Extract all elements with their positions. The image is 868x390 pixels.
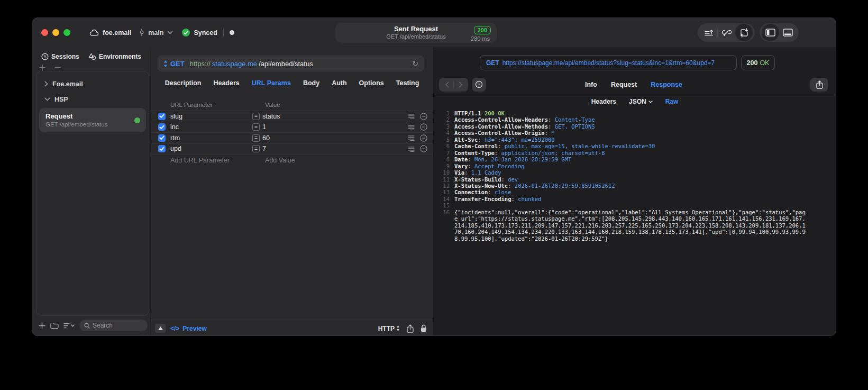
- tree-item-hsp[interactable]: HSP: [36, 92, 149, 107]
- code-line: 11X-Status-Build: dev: [438, 176, 834, 183]
- toolbar-group-actions: [698, 23, 755, 42]
- request-tabs: DescriptionHeadersURL ParamsBodyAuthOpti…: [151, 79, 433, 87]
- param-value-field[interactable]: 1: [262, 123, 403, 131]
- new-folder-icon[interactable]: [50, 322, 59, 329]
- code-line: 12X-Status-Now-Utc: 2026-01-26T20:29:59.…: [438, 183, 834, 189]
- add-request-button[interactable]: [39, 322, 45, 329]
- tab-auth[interactable]: Auth: [332, 79, 346, 87]
- branch-name[interactable]: main: [148, 29, 163, 37]
- remove-row-icon[interactable]: [420, 134, 427, 142]
- subtab-json[interactable]: JSON: [629, 98, 653, 105]
- status-badge: 200: [474, 26, 491, 34]
- line-number: 11: [438, 176, 450, 183]
- row-options-icon[interactable]: [408, 124, 415, 130]
- remove-row-icon[interactable]: [420, 123, 427, 131]
- header-name: Connection: [454, 189, 488, 195]
- export-response-icon[interactable]: [810, 78, 828, 92]
- param-checkbox[interactable]: [158, 123, 166, 131]
- code-line: 8Date: Mon, 26 Jan 2026 20:29:59 GMT: [438, 156, 834, 162]
- remove-session-button[interactable]: [54, 65, 61, 71]
- header-value: Content-Type: [555, 116, 595, 123]
- search-input[interactable]: Search: [79, 320, 148, 331]
- lock-icon[interactable]: [421, 324, 427, 332]
- header-value: *: [551, 130, 554, 136]
- row-options-icon[interactable]: [408, 113, 415, 119]
- tab-url-params[interactable]: URL Params: [252, 79, 291, 87]
- add-param-row[interactable]: Add URL Parameter Add Value: [151, 155, 433, 166]
- header-name: Vary: [454, 163, 468, 169]
- param-row-upd: upd=7: [151, 144, 433, 155]
- remove-row-icon[interactable]: [420, 113, 427, 120]
- request-list-item-selected[interactable]: Request GET /api/embed/status: [39, 108, 146, 132]
- tab-headers[interactable]: Headers: [213, 79, 239, 87]
- sort-order-icon[interactable]: [63, 323, 75, 329]
- subtab-headers[interactable]: Headers: [591, 98, 616, 105]
- param-value-field[interactable]: 7: [262, 145, 403, 152]
- remove-row-icon[interactable]: [420, 145, 427, 152]
- param-checkbox[interactable]: [158, 145, 166, 152]
- minimize-window-button[interactable]: [52, 29, 59, 36]
- row-options-icon[interactable]: [408, 135, 415, 141]
- add-value-placeholder[interactable]: Add Value: [265, 157, 295, 164]
- bottom-panel-toggle-icon[interactable]: [779, 24, 797, 41]
- titlebar-divider: [223, 29, 224, 37]
- tab-body[interactable]: Body: [303, 79, 319, 87]
- param-name-field[interactable]: upd: [170, 145, 252, 152]
- header-value: public, max-age=15, stale-while-revalida…: [505, 143, 655, 149]
- param-name-field[interactable]: inc: [170, 123, 252, 131]
- tab-sessions[interactable]: Sessions: [41, 53, 79, 60]
- request-summary-pill[interactable]: Sent Request GET /api/embed/status 200 2…: [335, 23, 497, 43]
- add-session-button[interactable]: [39, 65, 45, 71]
- param-name-field[interactable]: slug: [170, 113, 252, 120]
- tab-environments[interactable]: Environments: [88, 53, 141, 60]
- add-param-placeholder[interactable]: Add URL Parameter: [170, 157, 252, 164]
- request-title: Sent Request: [386, 25, 445, 33]
- import-list-icon[interactable]: [700, 24, 717, 41]
- tab-request[interactable]: Request: [611, 81, 637, 88]
- url-bar[interactable]: GET https://statuspage.me/api/embed/stat…: [158, 56, 424, 71]
- param-checkbox[interactable]: [158, 113, 166, 120]
- chevron-down-icon[interactable]: [167, 31, 173, 34]
- tab-response[interactable]: Response: [651, 81, 682, 88]
- param-checkbox[interactable]: [158, 134, 166, 142]
- reload-icon[interactable]: ↻: [412, 60, 418, 67]
- tree-item-foe-email[interactable]: Foe.email: [36, 76, 149, 92]
- project-name[interactable]: foe.email: [103, 29, 131, 37]
- share-icon[interactable]: [407, 324, 414, 333]
- tree-item-label: HSP: [54, 96, 68, 103]
- response-subtabs: HeadersJSONRaw: [434, 98, 836, 105]
- param-value-field[interactable]: 60: [262, 134, 403, 142]
- tab-testing[interactable]: Testing: [396, 79, 419, 87]
- send-receive-icon[interactable]: [735, 24, 753, 41]
- code-line: 13Connection: close: [438, 189, 834, 195]
- subtab-raw[interactable]: Raw: [665, 98, 679, 105]
- row-options-icon[interactable]: [408, 146, 415, 152]
- close-window-button[interactable]: [41, 29, 48, 36]
- raw-response-body[interactable]: 1HTTP/1.1 200 OK2Access-Control-Allow-He…: [438, 110, 834, 335]
- column-header-parameter: URL Parameter: [170, 102, 212, 108]
- sent-request-line[interactable]: GET https://statuspage.me/api/embed/stat…: [480, 55, 737, 70]
- tab-description[interactable]: Description: [165, 79, 202, 87]
- zoom-window-button[interactable]: [63, 29, 70, 36]
- header-colon: :: [495, 150, 501, 156]
- param-name-field[interactable]: rtm: [170, 134, 252, 142]
- header-name: Cache-Control: [454, 143, 498, 149]
- tab-info[interactable]: Info: [585, 81, 597, 88]
- method-stepper-icon[interactable]: [163, 60, 168, 67]
- code-line: 5Alt-Svc: h3=":443"; ma=2592000: [438, 137, 834, 143]
- header-name: Content-Type: [454, 150, 495, 156]
- param-value-field[interactable]: status: [262, 113, 403, 120]
- url-params-table: URL Parameter Value slug=statusinc=1rtm=…: [151, 100, 433, 166]
- protocol-select[interactable]: HTTP: [378, 325, 400, 332]
- rewrite-loop-icon[interactable]: [718, 24, 735, 41]
- traffic-lights: [41, 29, 70, 36]
- line-text: HTTP/1.1 200 OK: [454, 110, 505, 116]
- tab-options[interactable]: Options: [359, 79, 384, 87]
- header-name: Transfer-Encoding: [454, 196, 511, 202]
- request-method[interactable]: GET: [170, 60, 185, 68]
- expand-panel-button[interactable]: [155, 324, 166, 333]
- preview-button[interactable]: </> Preview: [170, 325, 207, 332]
- code-line: 14Transfer-Encoding: chunked: [438, 196, 834, 202]
- line-number: 15: [438, 202, 450, 208]
- left-sidebar-toggle-icon[interactable]: [762, 24, 779, 41]
